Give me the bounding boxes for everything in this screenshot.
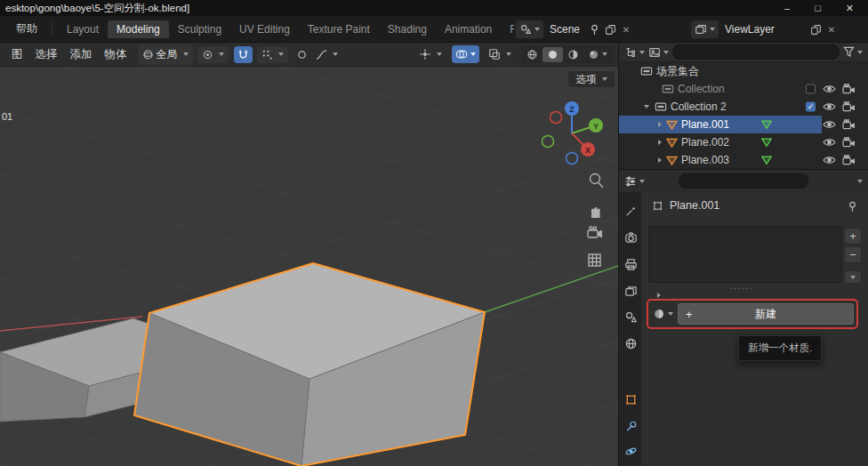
output-tab[interactable] (619, 252, 642, 277)
collapse-arrow-icon[interactable] (644, 105, 649, 108)
mesh-data-icon[interactable] (761, 138, 772, 148)
xray-toggle[interactable] (484, 45, 516, 63)
add-material-slot-button[interactable]: + (844, 228, 862, 245)
collection-exclude-checkbox[interactable] (806, 84, 816, 94)
expand-arrow-icon[interactable] (658, 157, 662, 163)
outliner-display-mode-dropdown[interactable] (648, 46, 669, 59)
pan-hand-control[interactable] (591, 207, 600, 218)
tool-tab[interactable] (619, 198, 642, 223)
snap-target-dropdown[interactable] (257, 46, 288, 63)
hide-eye-icon[interactable] (823, 138, 836, 148)
new-viewlayer-icon[interactable] (808, 24, 824, 36)
filter-funnel-icon (843, 46, 855, 58)
new-scene-icon[interactable] (602, 24, 618, 36)
proportional-falloff-dropdown[interactable] (311, 46, 342, 63)
plane-object-icon (666, 120, 678, 130)
workspace-tab-texture-paint[interactable]: Texture Paint (299, 20, 379, 38)
workspace-tab-shading[interactable]: Shading (379, 20, 436, 38)
menu-help[interactable]: 帮助 (7, 19, 46, 39)
close-button[interactable]: ✕ (846, 3, 854, 14)
scene-icon (519, 23, 532, 36)
outliner-row-scene-collection[interactable]: 场景集合 (619, 62, 868, 80)
pin-icon[interactable] (586, 24, 602, 36)
shading-material-button[interactable] (563, 47, 583, 62)
tool-options-dropdown[interactable]: 选项 (568, 71, 615, 87)
collection-icon (655, 101, 667, 112)
menu-select[interactable]: 选择 (29, 47, 64, 62)
gizmo-minus-z-axis[interactable] (567, 153, 578, 165)
modifiers-tab[interactable] (619, 414, 642, 438)
collection-exclude-checkbox[interactable]: ✓ (806, 102, 816, 112)
workspace-tab-layout[interactable]: Layout (58, 20, 108, 38)
shading-solid-button[interactable] (542, 47, 563, 62)
workspace-tab-uv-editing[interactable]: UV Editing (230, 20, 299, 38)
disable-render-camera-icon[interactable] (842, 119, 856, 130)
proportional-editing-toggle[interactable] (293, 47, 311, 62)
menu-object[interactable]: 物体 (99, 47, 133, 62)
viewlayer-icon (695, 23, 707, 36)
pin-id-icon[interactable] (848, 201, 857, 213)
outliner-row-plane-002[interactable]: Plane.002 (619, 133, 868, 151)
view-layer-tab[interactable] (619, 278, 642, 303)
outliner-row-plane-001[interactable]: Plane.001 (619, 116, 868, 133)
shading-wireframe-button[interactable] (522, 47, 542, 62)
shading-rendered-button[interactable] (583, 47, 612, 62)
world-tab[interactable] (619, 331, 642, 356)
scene-browse-dropdown[interactable] (516, 20, 543, 38)
outliner-search-input[interactable] (672, 44, 840, 60)
hide-eye-icon[interactable] (823, 102, 836, 112)
workspace-tab-animation[interactable]: Animation (436, 20, 501, 38)
menu-view[interactable]: 图 (5, 47, 29, 62)
hide-eye-icon[interactable] (823, 84, 836, 94)
unlink-scene-icon[interactable]: ✕ (618, 25, 634, 35)
show-overlays-dropdown[interactable] (452, 45, 479, 63)
3d-viewport[interactable]: 01 Z Y X (0, 67, 618, 466)
outliner-header (618, 43, 868, 62)
expand-arrow-icon[interactable] (658, 122, 662, 127)
object-tab[interactable] (619, 387, 642, 412)
properties-editor-type-dropdown[interactable] (624, 175, 645, 188)
expand-arrow-icon[interactable] (658, 140, 662, 145)
new-material-button[interactable]: + 新建 (678, 303, 854, 325)
scene-tab[interactable] (619, 304, 642, 329)
outliner-editor-type-dropdown[interactable] (624, 46, 645, 59)
mesh-data-icon[interactable] (761, 156, 772, 165)
outliner-row-collection-2[interactable]: Collection 2 ✓ (619, 98, 868, 116)
minimize-button[interactable]: – (784, 3, 790, 14)
disable-render-camera-icon[interactable] (842, 84, 856, 94)
maximize-button[interactable]: □ (815, 3, 821, 14)
material-specials-dropdown[interactable] (844, 270, 862, 284)
workspace-tab-modeling[interactable]: Modeling (108, 20, 169, 38)
disable-render-camera-icon[interactable] (842, 137, 856, 148)
mesh-data-icon[interactable] (761, 120, 772, 130)
properties-filter-dropdown[interactable] (855, 180, 863, 183)
gizmo-minus-x-axis[interactable] (551, 112, 562, 124)
disable-render-camera-icon[interactable] (842, 101, 856, 112)
outliner-filter-dropdown[interactable] (843, 46, 863, 58)
scene-name[interactable]: Scene (543, 23, 586, 36)
show-gizmo-dropdown[interactable] (414, 45, 446, 63)
viewlayer-browse-dropdown[interactable] (691, 20, 719, 38)
hide-eye-icon[interactable] (823, 120, 836, 130)
snap-toggle[interactable] (234, 46, 253, 63)
panel-drag-handle[interactable]: ······ (641, 284, 841, 293)
workspace-tab-sculpting[interactable]: Sculpting (169, 20, 230, 38)
properties-search-input[interactable] (679, 173, 808, 189)
hide-eye-icon[interactable] (823, 156, 836, 165)
solid-shading-icon (547, 49, 559, 60)
menu-add[interactable]: 添加 (64, 47, 99, 62)
transform-orientation-dropdown[interactable]: 全局 (138, 44, 193, 65)
disable-render-camera-icon[interactable] (842, 155, 856, 165)
breadcrumb-object-name[interactable]: Plane.001 (670, 199, 719, 212)
material-slot-list[interactable] (648, 226, 842, 283)
gizmo-minus-y-axis[interactable] (542, 136, 554, 148)
browse-material-dropdown[interactable] (651, 308, 675, 320)
outliner-row-collection[interactable]: Collection (619, 80, 868, 98)
pivot-point-dropdown[interactable] (197, 46, 229, 63)
viewlayer-name[interactable]: ViewLayer (719, 23, 808, 36)
physics-tab[interactable] (619, 438, 642, 463)
remove-viewlayer-icon[interactable]: ✕ (824, 25, 840, 35)
render-tab[interactable] (619, 225, 642, 250)
outliner-row-plane-003[interactable]: Plane.003 (619, 151, 868, 169)
remove-material-slot-button[interactable]: − (844, 246, 862, 263)
